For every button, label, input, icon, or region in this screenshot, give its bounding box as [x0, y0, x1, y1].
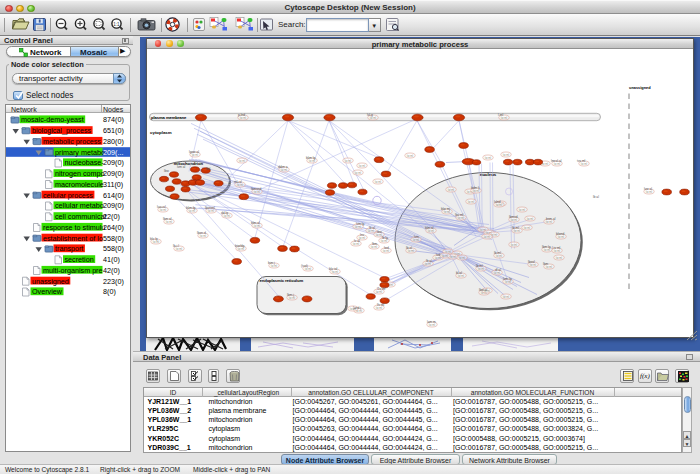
- svg-text:lnv: lnv: [360, 233, 364, 237]
- svg-text:lw ml: lw ml: [526, 217, 533, 221]
- svg-text:cytoplasm: cytoplasm: [150, 130, 172, 135]
- svg-text:lbm: lbm: [372, 242, 377, 246]
- svg-text:lbmvd: lbmvd: [509, 215, 518, 219]
- svg-text:lb lg: lb lg: [382, 236, 388, 240]
- svg-text:p-lnd: p-lnd: [238, 113, 245, 117]
- svg-text:blm al: blm al: [425, 226, 434, 230]
- svg-text:dl al: dl al: [495, 268, 501, 272]
- svg-text:lwd: lwd: [384, 246, 389, 250]
- svg-text:8(0): 8(0): [103, 287, 116, 296]
- svg-text:secretion: secretion: [65, 255, 94, 264]
- svg-text:lw ml: lw ml: [502, 153, 509, 157]
- svg-text:lw ml: lw ml: [458, 256, 465, 260]
- svg-text:tvs ml: tvs ml: [577, 159, 586, 163]
- svg-text:lw ml: lw ml: [238, 159, 245, 163]
- svg-text:lw ml: lw ml: [447, 188, 454, 192]
- svg-text:btw/dg: btw/dg: [235, 244, 245, 248]
- svg-text:lb ml: lb ml: [476, 264, 483, 268]
- svg-text:lbvsvnl: lbvsvnl: [205, 206, 215, 210]
- svg-text:280(0): 280(0): [103, 137, 124, 146]
- svg-text:primary metabo: primary metabo: [55, 148, 105, 157]
- svg-text:transport: transport: [55, 244, 83, 253]
- svg-text:l-ml: l-ml: [498, 113, 503, 117]
- svg-text:blv-lg: blv-lg: [150, 237, 158, 241]
- svg-text:lw ml: lw ml: [510, 243, 517, 247]
- svg-text:874(0): 874(0): [103, 115, 124, 124]
- svg-text:blm-al: blm-al: [251, 221, 260, 225]
- svg-text:lw ml: lw ml: [441, 254, 448, 258]
- svg-text:lb-ml: lb-ml: [512, 226, 519, 230]
- svg-text:blw mj: blw mj: [441, 207, 450, 211]
- svg-text:lw ml: lw ml: [344, 159, 351, 163]
- svg-text:lb-ml: lb-ml: [494, 251, 501, 255]
- svg-text:lvm: lvm: [414, 235, 419, 239]
- svg-text:614(0): 614(0): [103, 191, 124, 200]
- svg-text:lvm lg: lvm lg: [356, 222, 365, 226]
- svg-text:cellular metabo: cellular metabo: [55, 201, 104, 210]
- svg-text:blwnd: blwnd: [556, 232, 565, 236]
- svg-text:unassigned: unassigned: [32, 277, 69, 286]
- svg-text:lb-i-l: lb-i-l: [173, 244, 179, 248]
- svg-text:558(0): 558(0): [103, 244, 124, 253]
- svg-text:metabolic process: metabolic process: [43, 137, 101, 146]
- svg-text:nucleus: nucleus: [479, 172, 496, 177]
- svg-text:blim-lg: blim-lg: [186, 206, 196, 210]
- svg-text:nitrogen compo: nitrogen compo: [55, 169, 105, 178]
- svg-text:lbw: lbw: [164, 169, 169, 173]
- svg-text:42(0): 42(0): [103, 266, 120, 275]
- svg-text:lboal: lboal: [528, 260, 535, 264]
- svg-text:lb al: lb al: [426, 259, 432, 263]
- svg-text:lbd: lbd: [206, 167, 210, 171]
- svg-text:lbm lg: lbm lg: [542, 245, 551, 249]
- svg-text:unassigned: unassigned: [629, 85, 651, 90]
- svg-text:bim j: bim j: [268, 261, 275, 265]
- svg-text:l tv ml: l tv ml: [552, 246, 561, 250]
- svg-text:lw ml: lw ml: [523, 226, 530, 230]
- svg-text:lw ml: lw ml: [467, 200, 474, 204]
- svg-text:311(0): 311(0): [103, 180, 123, 189]
- svg-text:lw ml: lw ml: [358, 164, 365, 168]
- svg-text:lgsw-al: lgsw-al: [189, 150, 199, 154]
- svg-text:lw ml: lw ml: [555, 256, 562, 260]
- svg-text:bl-al: bl-al: [456, 271, 462, 275]
- svg-text:ddim a: ddim a: [278, 165, 288, 169]
- svg-text:multi-organism pre: multi-organism pre: [43, 266, 103, 275]
- svg-text:(tvolj: (tvolj: [301, 264, 308, 268]
- svg-text:lslnd: lslnd: [494, 200, 501, 204]
- svg-text:cell communicat: cell communicat: [55, 212, 107, 221]
- svg-text:Overview: Overview: [32, 287, 63, 296]
- svg-text:209(0): 209(0): [103, 158, 124, 167]
- svg-text:lvl-g: lvl-g: [367, 113, 373, 117]
- svg-text:lbsn-d: lbsn-d: [197, 231, 206, 235]
- svg-text:22(0): 22(0): [103, 212, 120, 221]
- svg-text:209(0): 209(0): [103, 169, 124, 178]
- svg-text:lb al: lb al: [369, 226, 375, 230]
- svg-text:lw ml: lw ml: [354, 171, 361, 175]
- svg-text:41(0): 41(0): [103, 255, 120, 264]
- svg-text:lw ml: lw ml: [374, 180, 381, 184]
- svg-text:lv al: lv al: [354, 239, 360, 243]
- svg-text:nucleobase-: nucleobase-: [65, 158, 105, 167]
- svg-text:blv ial: blv ial: [329, 267, 337, 271]
- svg-text:558(0): 558(0): [103, 234, 124, 243]
- svg-text:lbw-al: lbw-al: [479, 288, 488, 292]
- svg-text:[and-j: [and-j: [353, 306, 361, 310]
- svg-text:lbmsnd: lbmsnd: [251, 187, 262, 191]
- svg-text:264(0): 264(0): [103, 223, 124, 232]
- svg-text:651(0): 651(0): [103, 126, 124, 135]
- svg-text:ml+al: ml+al: [234, 180, 242, 184]
- svg-text:mosaic-demo-yeast: mosaic-demo-yeast: [21, 115, 84, 124]
- svg-text:lbw: lbw: [377, 230, 382, 234]
- svg-text:l1v ml: l1v ml: [377, 287, 386, 291]
- svg-text:cellular process: cellular process: [43, 191, 93, 200]
- svg-text:lbv ml: lbv ml: [455, 213, 464, 217]
- svg-text:lvm-lg: lvm-lg: [503, 277, 512, 281]
- svg-text:lvm al: lvm al: [177, 165, 186, 169]
- svg-text:lw ml: lw ml: [449, 255, 456, 259]
- svg-text:llv ml: llv ml: [377, 303, 385, 307]
- svg-text:endoplasmic reticulum: endoplasmic reticulum: [259, 278, 303, 283]
- svg-text:lw ml: lw ml: [483, 235, 490, 239]
- svg-text:209(0): 209(0): [103, 201, 124, 210]
- svg-text:biological_process: biological_process: [32, 126, 92, 135]
- svg-text:lam m: lam m: [427, 320, 436, 324]
